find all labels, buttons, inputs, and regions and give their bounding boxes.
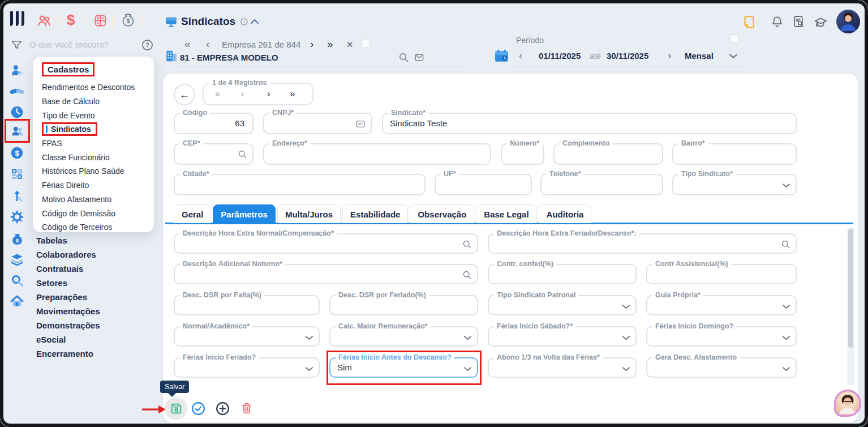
- field-dsr-falta[interactable]: Desc. DSR por Falta(%): [174, 295, 320, 315]
- sidebar-item-dollar[interactable]: $: [9, 145, 25, 161]
- company-mail-icon[interactable]: [414, 52, 425, 63]
- sidebar-item-handshake[interactable]: [9, 83, 25, 99]
- moneybag-module-icon[interactable]: $: [121, 12, 136, 28]
- field-sindicato[interactable]: Sindicato* Sindicato Teste: [382, 113, 797, 134]
- field-numero[interactable]: Número*: [501, 143, 544, 165]
- field-tipo-sindicato[interactable]: Tipo Sindicato*: [672, 174, 797, 195]
- company-next-button[interactable]: ›: [310, 39, 313, 49]
- chevron-down-icon[interactable]: [782, 301, 790, 311]
- nav-group-setores[interactable]: Setores: [36, 276, 100, 290]
- tab-auditoria[interactable]: Auditoria: [539, 204, 592, 223]
- info-icon[interactable]: [240, 18, 248, 26]
- period-mode-chevron-down-icon[interactable]: [729, 53, 738, 59]
- sidebar-item-person-settings[interactable]: [9, 62, 25, 78]
- nav-group-movimentacoes[interactable]: Movimentações: [36, 304, 100, 318]
- records-prev-button[interactable]: ‹: [241, 88, 244, 100]
- field-calc-maior-remuneracao[interactable]: Calc. Maior Remuneração*: [329, 326, 478, 347]
- training-cap-icon[interactable]: [813, 15, 828, 29]
- menu-item-sindicatos[interactable]: Sindicatos: [42, 122, 154, 136]
- period-mode-select[interactable]: Mensal: [685, 51, 714, 61]
- company-last-button[interactable]: »: [327, 39, 333, 49]
- people-module-icon[interactable]: [36, 13, 52, 29]
- sidebar-item-search[interactable]: [9, 272, 25, 288]
- field-contr-assistencial[interactable]: Contr Assistencial(%): [646, 264, 797, 284]
- field-desc-hora-extra-feriado[interactable]: Descrição Hora Extra Feriado/Descanso*:: [488, 233, 797, 254]
- sidebar-item-calculator[interactable]: [9, 166, 25, 182]
- tab-geral[interactable]: Geral: [174, 204, 211, 223]
- field-desc-adicional-noturno[interactable]: Descrição Adicional Noturno*: [174, 264, 478, 284]
- chevron-down-icon[interactable]: [622, 364, 630, 374]
- collapse-chevron-up-icon[interactable]: [250, 19, 259, 24]
- user-avatar[interactable]: [836, 10, 860, 33]
- field-cnpj[interactable]: CNPJ*: [263, 113, 372, 134]
- field-ferias-inicio-antes-descanso[interactable]: Férias Inicio Antes do Descanso? Sim: [329, 357, 478, 378]
- field-guia-propria[interactable]: Guia Própria*: [646, 295, 797, 315]
- tab-multa-juros[interactable]: Multa/Juros: [277, 204, 341, 223]
- chevron-down-icon[interactable]: [782, 364, 790, 374]
- period-prev-button[interactable]: ‹: [519, 50, 522, 61]
- field-telefone[interactable]: Telefone*: [540, 174, 663, 195]
- chevron-down-icon[interactable]: [622, 332, 630, 343]
- menu-item-tipo-evento[interactable]: Tipo de Evento: [42, 108, 154, 122]
- id-card-icon[interactable]: [355, 119, 366, 131]
- field-ferias-inicio-feriado[interactable]: Férias Inicio Feriado?: [174, 357, 320, 378]
- confirm-button[interactable]: [190, 400, 207, 417]
- nav-group-encerramento[interactable]: Encerramento: [36, 347, 100, 361]
- sidebar-item-people[interactable]: [10, 123, 25, 139]
- field-tipo-sindicato-patronal[interactable]: Tipo Sindicato Patronal: [488, 295, 637, 315]
- chevron-down-icon[interactable]: [305, 364, 313, 374]
- nav-group-colaboradores[interactable]: Colaboradores: [36, 247, 100, 262]
- field-contr-confed[interactable]: Contr. confed(%): [488, 264, 637, 284]
- records-first-button[interactable]: «: [215, 88, 220, 100]
- nav-group-tabelas[interactable]: Tabelas: [36, 233, 100, 247]
- nav-group-contratuais[interactable]: Contratuais: [36, 262, 100, 276]
- field-cep[interactable]: CEP*: [174, 143, 253, 165]
- chevron-down-icon[interactable]: [782, 180, 790, 190]
- chevron-down-icon[interactable]: [782, 332, 790, 343]
- cep-search-icon[interactable]: [238, 150, 247, 161]
- sidebar-item-layers[interactable]: [9, 251, 25, 267]
- company-prev-button[interactable]: ‹: [206, 39, 209, 49]
- search-input[interactable]: [29, 40, 131, 49]
- period-checkbox[interactable]: [729, 34, 739, 44]
- tab-estabilidade[interactable]: Estabilidade: [342, 204, 408, 223]
- delete-button[interactable]: [239, 401, 254, 416]
- tab-base-legal[interactable]: Base Legal: [476, 204, 536, 223]
- menu-item-base-calculo[interactable]: Base de Cálculo: [42, 95, 154, 109]
- nav-group-esocial[interactable]: eSocial: [36, 332, 100, 347]
- period-start-date[interactable]: 01/11/2025: [539, 51, 581, 61]
- field-ferias-inicio-domingo[interactable]: Férias Inicio Domingo?: [646, 326, 797, 347]
- sidebar-item-promotion[interactable]: [9, 188, 25, 204]
- tab-observacao[interactable]: Observação: [410, 204, 474, 223]
- company-search-icon[interactable]: [398, 52, 409, 63]
- field-complemento[interactable]: Complemento: [553, 143, 663, 165]
- period-end-date[interactable]: 30/11/2025: [607, 51, 648, 61]
- menu-header-cadastros[interactable]: Cadastros: [42, 62, 94, 76]
- records-last-button[interactable]: »: [290, 88, 295, 100]
- dollar-module-icon[interactable]: $: [67, 11, 75, 29]
- menu-item-fpas[interactable]: FPAS: [42, 136, 154, 151]
- sidebar-item-moneybag[interactable]: $: [9, 231, 25, 247]
- field-normal-academico[interactable]: Normal/Acadêmico*: [174, 326, 320, 347]
- document-search-icon[interactable]: [792, 15, 806, 29]
- help-icon[interactable]: ?: [141, 39, 154, 52]
- menu-item-rendimentos[interactable]: Rendimentos e Descontos: [42, 80, 154, 95]
- menu-item-codigo-terceiros[interactable]: Código de Terceiros: [42, 220, 154, 234]
- field-uf[interactable]: UF*: [435, 174, 532, 195]
- notes-icon[interactable]: [742, 15, 757, 29]
- tab-parametros[interactable]: Parâmetros: [213, 204, 276, 223]
- chevron-down-icon[interactable]: [463, 332, 472, 343]
- lookup-search-icon[interactable]: [462, 240, 472, 251]
- field-ferias-inicio-sabado[interactable]: Férias Inicio Sábado?*: [488, 326, 637, 347]
- chevron-down-icon[interactable]: [305, 332, 313, 343]
- field-codigo[interactable]: Código 63: [174, 113, 253, 134]
- field-gera-desc-afastamento[interactable]: Gera Desc. Afastamento: [646, 357, 797, 378]
- lookup-search-icon[interactable]: [781, 240, 790, 251]
- brand-logo[interactable]: [9, 10, 28, 27]
- field-desc-hora-extra-normal[interactable]: Descrição Hora Extra Normal/Compensação*: [174, 233, 478, 254]
- lookup-search-icon[interactable]: [462, 270, 472, 282]
- nav-group-preparacoes[interactable]: Preparações: [36, 290, 100, 304]
- field-abono-terco[interactable]: Abono 1/3 na Volta das Férias*: [488, 357, 637, 378]
- period-next-button[interactable]: ›: [668, 50, 671, 61]
- menu-item-codigo-demissao[interactable]: Código de Demissão: [42, 206, 154, 220]
